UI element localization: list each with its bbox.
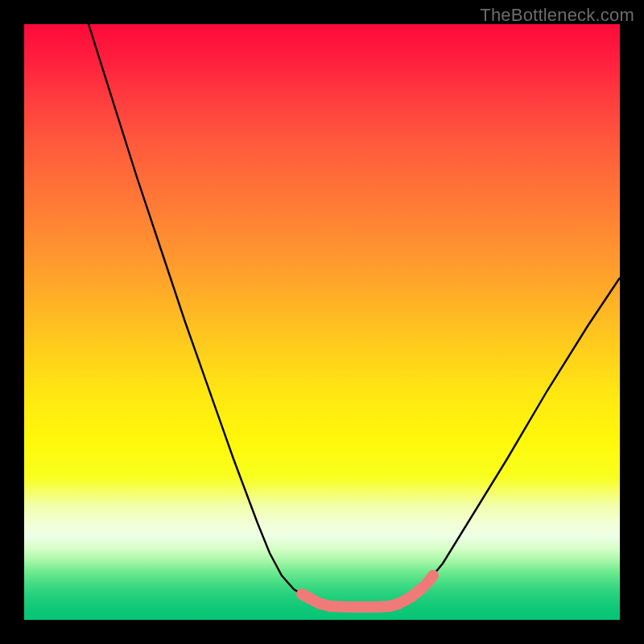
chart-stage: TheBottleneck.com: [0, 0, 644, 644]
watermark-text: TheBottleneck.com: [480, 5, 634, 26]
curve-svg: [24, 24, 620, 620]
plot-area: [24, 24, 620, 620]
highlight-valley-3: [398, 588, 423, 604]
highlight-valley-2: [320, 604, 398, 607]
highlight-dot-right: [427, 576, 433, 584]
curve-right-branch: [423, 278, 620, 588]
curve-left-branch: [89, 24, 302, 594]
